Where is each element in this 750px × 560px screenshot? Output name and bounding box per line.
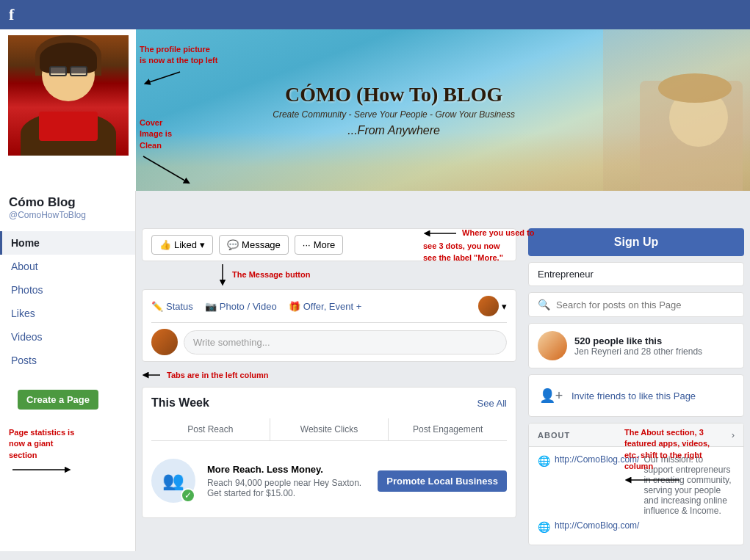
profile-pic-container <box>0 29 136 161</box>
about-label: ABOUT <box>538 431 570 440</box>
website-clicks-col: Website Clicks <box>270 418 389 440</box>
top-bar: f <box>0 0 750 29</box>
composer-dropdown-icon[interactable]: ▾ <box>502 301 507 312</box>
composer-avatar-small: ▾ <box>478 296 507 316</box>
nav-menu: Home About Photos Likes Videos Posts <box>0 228 135 375</box>
see-all-link[interactable]: See All <box>477 398 507 409</box>
cover-image: CÓMO (How To) BLOG Create Community - Se… <box>136 29 750 191</box>
left-sidebar: Home About Photos Likes Videos Posts Cre… <box>0 222 136 551</box>
create-page-button[interactable]: Create a Page <box>18 390 98 410</box>
nav-photos[interactable]: Photos <box>0 278 135 302</box>
annotation-message: The Message button <box>142 264 516 286</box>
invite-link[interactable]: Invite friends to like this Page <box>571 390 696 401</box>
composer-avatar <box>151 329 178 355</box>
invite-icon: 👤+ <box>538 382 564 409</box>
cover-tagline: ...From Anywhere <box>225 124 563 137</box>
about-url2[interactable]: http://ComoBlog.com/ <box>555 520 639 531</box>
nav-home[interactable]: Home <box>0 231 135 255</box>
search-input[interactable] <box>556 299 735 310</box>
friends-text: 520 people like this Jen Reyneri and 28 … <box>574 335 735 357</box>
stats-columns: Post Reach Website Clicks Post Engagemen… <box>151 418 507 441</box>
post-engagement-col: Post Engagement <box>389 418 507 440</box>
promote-title: More Reach. Less Money. <box>207 464 366 475</box>
this-week-header: This Week See All <box>151 396 507 410</box>
search-box: 🔍 <box>528 292 744 317</box>
profile-picture <box>6 33 131 158</box>
promote-section: 👥 ✓ More Reach. Less Money. Reach 94,000… <box>151 453 507 509</box>
annotation-stats: Page statistics isnow a giantsection <box>0 424 135 487</box>
message-button[interactable]: 💬 Message <box>219 235 289 255</box>
page-name: Cómo Blog <box>9 195 126 210</box>
nav-videos[interactable]: Videos <box>0 325 135 349</box>
page-name-area: Cómo Blog @ComoHowToBlog <box>0 191 136 223</box>
page-wrapper: f <box>0 0 750 551</box>
promote-text: More Reach. Less Money. Reach 94,000 peo… <box>207 464 366 498</box>
liked-button[interactable]: 👍 Liked ▾ <box>151 235 213 255</box>
annotation-arrow-more <box>423 226 460 241</box>
nav-likes[interactable]: Likes <box>0 302 135 325</box>
promote-local-button[interactable]: Promote Local Business <box>378 470 507 492</box>
center-content: 👍 Liked ▾ 💬 Message ··· More <box>136 222 522 551</box>
post-composer: ✏️ Status 📷 Photo / Video 🎁 Offer, Event… <box>142 289 516 362</box>
right-sidebar: Sign Up Entrepreneur 🔍 520 people like t… <box>522 222 750 551</box>
check-badge: ✓ <box>181 488 195 503</box>
annotation-profile: The profile pictureis now at the top lef… <box>140 44 217 90</box>
this-week-section: This Week See All Post Reach Website Cli… <box>142 387 516 518</box>
friends-likes-count: 520 people like this <box>574 335 735 346</box>
annotation-about: The About section, 3featured apps, video… <box>624 427 735 487</box>
gift-icon: 🎁 <box>289 301 300 312</box>
action-bar: 👍 Liked ▾ 💬 Message ··· More <box>142 228 516 261</box>
promote-description: Reach 94,000 people near Hey Saxton. Get… <box>207 478 366 498</box>
dropdown-arrow-icon: ▾ <box>200 239 205 250</box>
thumbs-up-icon: 👍 <box>159 239 171 250</box>
friend-avatar <box>538 331 567 360</box>
annotation-cover: CoverImage isClean <box>140 117 198 189</box>
annotation-arrow-stats <box>9 462 75 484</box>
nav-posts[interactable]: Posts <box>0 349 135 372</box>
annotation-arrow-message <box>215 264 230 286</box>
more-button[interactable]: ··· More <box>295 235 343 255</box>
nav-about[interactable]: About <box>0 255 135 278</box>
annotation-arrow-about <box>624 473 683 487</box>
annotation-arrow-tabs <box>142 368 164 382</box>
invite-section: 👤+ Invite friends to like this Page <box>528 374 744 417</box>
promote-icon-wrapper: 👥 ✓ <box>151 459 195 503</box>
dots-icon: ··· <box>303 239 311 250</box>
post-tabs: ✏️ Status 📷 Photo / Video 🎁 Offer, Event… <box>151 296 507 323</box>
photo-video-tab[interactable]: 📷 Photo / Video <box>205 296 277 316</box>
facebook-logo: f <box>9 5 14 24</box>
camera-icon: 📷 <box>205 301 217 312</box>
about-url2-row: 🌐 http://ComoBlog.com/ <box>538 520 735 533</box>
offer-event-tab[interactable]: 🎁 Offer, Event + <box>289 296 362 316</box>
about-section: ABOUT › 🌐 http://ComoBlog.com/ Our missi… <box>528 423 744 545</box>
status-tab[interactable]: ✏️ Status <box>151 296 193 316</box>
this-week-title: This Week <box>151 396 209 410</box>
annotation-arrow-cover <box>140 153 198 189</box>
signup-button[interactable]: Sign Up <box>528 228 744 256</box>
post-reach-col: Post Reach <box>151 418 270 440</box>
entrepreneur-label: Entrepreneur <box>528 262 744 286</box>
globe-icon-2: 🌐 <box>538 521 550 533</box>
search-icon: 🔍 <box>538 299 550 310</box>
pencil-icon: ✏️ <box>151 301 163 312</box>
friends-names: Jen Reyneri and 28 other friends <box>574 346 735 357</box>
friends-likes-section: 520 people like this Jen Reyneri and 28 … <box>528 323 744 368</box>
person-plus-icon: 👤+ <box>539 388 563 404</box>
post-input-row: Write something... <box>151 329 507 355</box>
annotation-arrow-profile <box>140 68 184 90</box>
cover-title: CÓMO (How To) BLOG <box>225 83 563 106</box>
globe-icon: 🌐 <box>538 455 550 467</box>
cover-subtitle: Create Community - Serve Your People - G… <box>225 109 563 120</box>
annotation-tabs: Tabs are in the left column <box>142 368 516 382</box>
post-input[interactable]: Write something... <box>184 330 507 354</box>
page-handle: @ComoHowToBlog <box>9 210 126 220</box>
message-icon: 💬 <box>227 239 239 250</box>
